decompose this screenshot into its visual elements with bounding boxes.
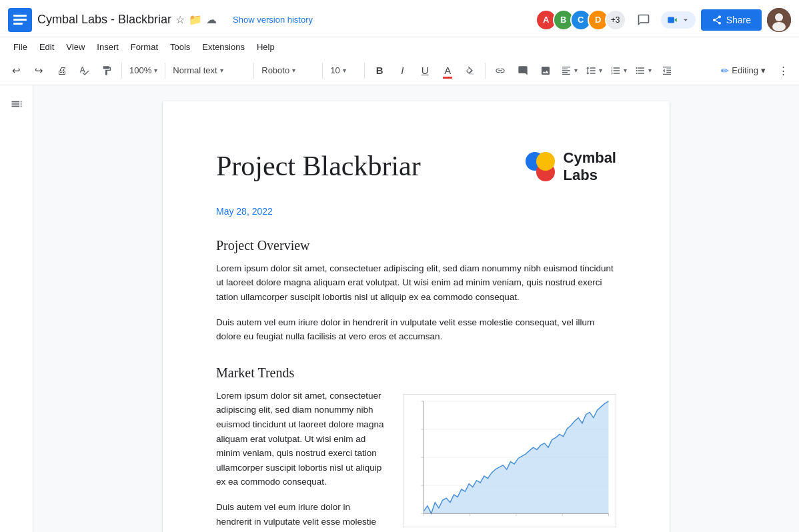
- underline-button[interactable]: U: [414, 60, 436, 81]
- menu-insert[interactable]: Insert: [91, 39, 124, 55]
- italic-button[interactable]: I: [391, 60, 413, 81]
- style-arrow: ▾: [220, 67, 223, 74]
- document-area[interactable]: Project Blackbriar Cymbal Labs May 28, 2…: [33, 85, 799, 532]
- section-market: Market Trends Lorem ipsum dolor sit amet…: [216, 365, 616, 532]
- more-options-button[interactable]: ⋮: [772, 60, 794, 81]
- separator-2: [165, 63, 165, 79]
- paint-format-button[interactable]: [96, 60, 117, 81]
- chat-button[interactable]: [632, 8, 656, 32]
- overview-heading: Project Overview: [216, 238, 616, 253]
- market-paragraph-2: Duis autem vel eum iriure dolor in hendr…: [216, 500, 387, 532]
- share-button[interactable]: Share: [701, 9, 762, 31]
- edit-icon: ✏: [721, 65, 729, 76]
- numbered-list-select[interactable]: ▾: [607, 60, 630, 81]
- editing-label: Editing: [732, 65, 758, 75]
- doc-title-area: Cymbal Labs - Blackbriar ☆ 📁 ☁: [37, 13, 217, 27]
- menu-extensions[interactable]: Extensions: [197, 39, 250, 55]
- document-page: Project Blackbriar Cymbal Labs May 28, 2…: [163, 101, 670, 532]
- num-list-arrow: ▾: [624, 67, 627, 74]
- svg-point-10: [536, 152, 555, 171]
- insert-link-button[interactable]: [490, 60, 511, 81]
- insert-image-button[interactable]: [535, 60, 556, 81]
- indent-button[interactable]: [656, 60, 678, 81]
- market-text: Lorem ipsum dolor sit amet, consectetuer…: [216, 389, 387, 532]
- doc-title-row: Cymbal Labs - Blackbriar ☆ 📁 ☁: [37, 13, 217, 27]
- cloud-icon[interactable]: ☁: [206, 13, 217, 26]
- market-content: Lorem ipsum dolor sit amet, consectetuer…: [216, 389, 616, 532]
- svg-rect-1: [13, 15, 27, 17]
- zoom-arrow: ▾: [154, 67, 157, 74]
- right-controls: A B C D +3 Share: [536, 8, 791, 32]
- top-bar: Cymbal Labs - Blackbriar ☆ 📁 ☁ Show vers…: [0, 0, 799, 37]
- cymbal-logo: Cymbal Labs: [524, 149, 616, 185]
- menu-file[interactable]: File: [8, 39, 33, 55]
- zoom-select[interactable]: 100% ▾: [126, 60, 161, 81]
- overview-paragraph-2: Duis autem vel eum iriure dolor in hendr…: [216, 315, 616, 344]
- spellcheck-button[interactable]: [73, 60, 95, 81]
- cymbal-label: Cymbal Labs: [564, 149, 616, 185]
- avatar-count[interactable]: +3: [605, 9, 626, 31]
- svg-point-6: [775, 13, 783, 21]
- highlight-button[interactable]: [460, 60, 481, 81]
- user-avatar[interactable]: [767, 8, 791, 32]
- market-heading: Market Trends: [216, 365, 616, 381]
- document-header: Project Blackbriar Cymbal Labs: [216, 149, 616, 185]
- share-label: Share: [726, 15, 751, 25]
- svg-rect-3: [13, 23, 23, 25]
- font-size-select[interactable]: 10 ▾: [327, 60, 360, 81]
- insert-comment-button[interactable]: [512, 60, 534, 81]
- market-paragraph-1: Lorem ipsum dolor sit amet, consectetuer…: [216, 389, 387, 489]
- overview-paragraph-1: Lorem ipsum dolor sit amet, consectetuer…: [216, 261, 616, 305]
- svg-point-7: [772, 22, 786, 31]
- app-icon: [8, 8, 32, 32]
- style-select[interactable]: Normal text ▾: [169, 60, 249, 81]
- menu-edit[interactable]: Edit: [34, 39, 59, 55]
- separator-6: [485, 63, 486, 79]
- editing-arrow: ▾: [761, 65, 766, 75]
- print-button[interactable]: 🖨: [51, 60, 72, 81]
- size-arrow: ▾: [343, 67, 346, 74]
- align-select[interactable]: ▾: [558, 60, 581, 81]
- text-color-button[interactable]: A: [437, 60, 458, 81]
- redo-button[interactable]: ↪: [28, 60, 49, 81]
- meet-button[interactable]: [661, 11, 696, 29]
- document-title[interactable]: Cymbal Labs - Blackbriar: [37, 13, 171, 27]
- version-history-button[interactable]: Show version history: [233, 15, 313, 25]
- font-select[interactable]: Roboto ▾: [258, 60, 318, 81]
- spacing-select[interactable]: ▾: [582, 60, 606, 81]
- bullet-list-select[interactable]: ▾: [632, 60, 655, 81]
- spacing-arrow: ▾: [599, 67, 602, 74]
- menu-format[interactable]: Format: [125, 39, 163, 55]
- undo-button[interactable]: ↩: [5, 60, 27, 81]
- chart-svg: [403, 394, 616, 527]
- avatar-group: A B C D +3: [536, 9, 626, 31]
- bullet-list-arrow: ▾: [648, 67, 652, 74]
- svg-rect-2: [13, 19, 27, 21]
- separator-3: [253, 63, 254, 79]
- toolbar: ↩ ↪ 🖨 100% ▾ Normal text ▾ Roboto ▾ 10 ▾…: [0, 56, 799, 85]
- section-overview: Project Overview Lorem ipsum dolor sit a…: [216, 238, 616, 344]
- folder-icon[interactable]: 📁: [189, 13, 202, 26]
- separator-4: [322, 63, 323, 79]
- cymbal-sub: Labs: [564, 167, 616, 184]
- document-date: May 28, 2022: [216, 206, 616, 217]
- separator-5: [364, 63, 365, 79]
- menu-help[interactable]: Help: [251, 39, 280, 55]
- menu-tools[interactable]: Tools: [165, 39, 195, 55]
- outline-button[interactable]: [6, 93, 27, 115]
- document-main-title: Project Blackbriar: [216, 149, 421, 183]
- menu-bar: File Edit View Insert Format Tools Exten…: [0, 37, 799, 56]
- align-arrow: ▾: [574, 67, 578, 74]
- bold-button[interactable]: B: [369, 60, 390, 81]
- market-chart: [403, 394, 616, 527]
- cymbal-name: Cymbal: [564, 149, 616, 167]
- font-arrow: ▾: [292, 67, 295, 74]
- main-area: Project Blackbriar Cymbal Labs May 28, 2…: [0, 85, 799, 532]
- menu-view[interactable]: View: [61, 39, 90, 55]
- separator-1: [121, 63, 122, 79]
- star-icon[interactable]: ☆: [175, 13, 185, 26]
- svg-rect-4: [668, 17, 674, 23]
- sidebar: [0, 85, 33, 532]
- editing-mode-button[interactable]: ✏ Editing ▾: [716, 63, 771, 79]
- cymbal-icon: [524, 150, 557, 183]
